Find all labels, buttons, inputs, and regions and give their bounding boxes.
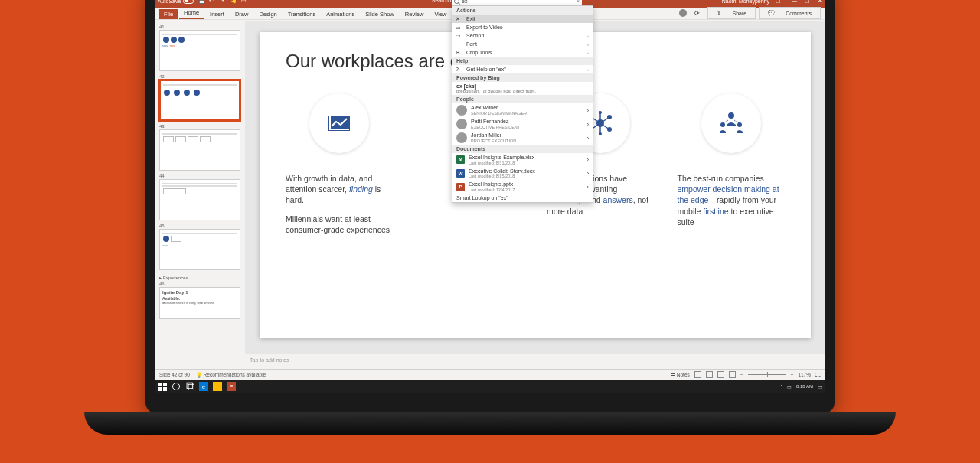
bing-header: Powered by Bing bbox=[452, 73, 593, 82]
autosave-toggle[interactable]: AutoSave bbox=[158, 0, 194, 4]
explorer-icon[interactable] bbox=[213, 382, 222, 391]
present-icon[interactable]: ▭ bbox=[241, 0, 247, 4]
share-button[interactable]: ⇪Share bbox=[707, 7, 756, 19]
chevron-right-icon: › bbox=[587, 184, 589, 190]
taskview-icon[interactable]: ⧉ bbox=[185, 382, 194, 391]
section-experiences[interactable]: ▸ Experiences bbox=[159, 273, 240, 282]
zoom-out-icon[interactable]: − bbox=[740, 372, 743, 377]
tab-insert[interactable]: Insert bbox=[205, 9, 229, 19]
person-result[interactable]: Patti FernandezEXECUTIVE PRESIDENT› bbox=[452, 117, 593, 131]
thumbnail-42[interactable] bbox=[159, 80, 240, 121]
close-icon[interactable]: ✕ bbox=[818, 0, 822, 4]
notes-pane[interactable]: Tap to add notes bbox=[155, 354, 825, 369]
tab-file[interactable]: File bbox=[159, 9, 178, 19]
search-box[interactable]: ex × bbox=[452, 0, 582, 5]
tab-draw[interactable]: Draw bbox=[230, 9, 253, 19]
search-results-dropdown: Actions ✕Exit ▭Export to Video ▭Section›… bbox=[452, 5, 593, 203]
svg-rect-2 bbox=[329, 129, 349, 130]
minimize-icon[interactable]: — bbox=[792, 0, 797, 4]
thumbnail-43[interactable] bbox=[159, 129, 240, 171]
user-name[interactable]: Naomi Moneypenny bbox=[722, 0, 769, 4]
user-menu-icon[interactable]: ▢ bbox=[776, 0, 781, 4]
svg-line-20 bbox=[734, 120, 739, 123]
cortana-icon[interactable] bbox=[172, 382, 181, 391]
maximize-icon[interactable]: ▢ bbox=[805, 0, 810, 4]
chevron-right-icon: › bbox=[587, 51, 589, 55]
touch-icon[interactable]: 👆 bbox=[230, 0, 237, 4]
clock[interactable]: 8:18 AM bbox=[796, 384, 813, 389]
svg-point-17 bbox=[720, 122, 725, 127]
bing-definition[interactable]: ex [eks] preposition. (of goods) sold di… bbox=[452, 82, 593, 95]
edge-icon[interactable]: e bbox=[199, 382, 208, 391]
zoom-level[interactable]: 117% bbox=[798, 372, 811, 377]
chevron-right-icon: › bbox=[587, 157, 589, 162]
notes-toggle[interactable]: ≐ Notes bbox=[671, 372, 690, 378]
column-4: The best-run companies empower decision … bbox=[678, 93, 786, 235]
avatar bbox=[456, 132, 467, 143]
share-icon: ⇪ bbox=[712, 8, 726, 18]
network-tray-icon[interactable]: ▭ bbox=[787, 384, 792, 390]
svg-point-16 bbox=[728, 112, 734, 119]
search-icon bbox=[454, 0, 459, 4]
search-query: ex bbox=[462, 0, 467, 4]
clear-search-icon[interactable]: × bbox=[577, 0, 580, 4]
action-section[interactable]: ▭Section› bbox=[452, 31, 593, 40]
video-icon: ▭ bbox=[456, 24, 462, 31]
chevron-right-icon: › bbox=[587, 67, 589, 72]
slideshow-view-icon[interactable] bbox=[729, 371, 736, 378]
svg-line-19 bbox=[724, 120, 728, 123]
document-result[interactable]: PExcel Insights.pptxLast modified: 12/4/… bbox=[452, 180, 593, 194]
screen: AutoSave 💾 ↶ ↷ 👆 ▭ Search in M365 Planni… bbox=[155, 0, 825, 393]
notifications-icon[interactable]: ▭ bbox=[818, 384, 822, 390]
help-icon: ? bbox=[456, 67, 462, 73]
slide-counter[interactable]: Slide 42 of 90 bbox=[159, 372, 190, 377]
coauthor-avatar[interactable] bbox=[679, 9, 687, 17]
help-item[interactable]: ?Get Help on "ex"› bbox=[452, 65, 593, 73]
slide-thumbnails[interactable]: 41 50% 20% 42 43 44 45 ○─○ ▸ Experiences… bbox=[155, 21, 245, 354]
thumbnail-46[interactable]: Ignite Day 1 Available: Microsoft Search… bbox=[159, 287, 240, 319]
tab-review[interactable]: Review bbox=[400, 9, 429, 19]
tab-design[interactable]: Design bbox=[254, 9, 281, 19]
tab-home[interactable]: Home bbox=[179, 8, 204, 19]
history-icon[interactable]: ⟳ bbox=[690, 8, 704, 18]
action-export-video[interactable]: ▭Export to Video bbox=[452, 23, 593, 31]
document-result[interactable]: WExecutive Collab Story.docxLast modifie… bbox=[452, 167, 593, 181]
powerpoint-taskbar-icon[interactable]: P bbox=[227, 382, 236, 391]
comments-button[interactable]: 💬Comments bbox=[759, 7, 821, 19]
tab-animations[interactable]: Animations bbox=[322, 9, 359, 19]
chevron-right-icon: › bbox=[587, 42, 589, 47]
action-font[interactable]: Font› bbox=[452, 40, 593, 48]
people-header: People bbox=[452, 95, 593, 103]
person-result[interactable]: Alex WilberSENIOR DESIGN MANAGER› bbox=[452, 103, 593, 117]
undo-icon[interactable]: ↶ bbox=[209, 0, 215, 4]
thumbnail-45[interactable]: ○─○ bbox=[159, 229, 240, 270]
toggle-icon bbox=[183, 0, 194, 4]
tab-transitions[interactable]: Transitions bbox=[283, 9, 320, 19]
people-icon bbox=[701, 93, 761, 153]
sorter-view-icon[interactable] bbox=[706, 371, 713, 378]
zoom-in-icon[interactable]: + bbox=[791, 372, 794, 377]
chevron-right-icon: › bbox=[587, 122, 589, 127]
document-result[interactable]: XExcel Insights Example.xlsxLast modifie… bbox=[452, 153, 593, 167]
reading-view-icon[interactable] bbox=[717, 371, 724, 378]
actions-header: Actions bbox=[452, 6, 593, 15]
zoom-slider[interactable] bbox=[748, 374, 786, 375]
thumbnail-41[interactable]: 50% 20% bbox=[159, 30, 240, 71]
person-result[interactable]: Jordan MillerPROJECT EXECUTION› bbox=[452, 131, 593, 145]
laptop-base bbox=[84, 412, 896, 435]
redo-icon[interactable]: ↷ bbox=[220, 0, 226, 4]
start-button[interactable] bbox=[158, 382, 167, 391]
action-crop[interactable]: ✂Crop Tools› bbox=[452, 48, 593, 57]
tab-view[interactable]: View bbox=[430, 9, 451, 19]
normal-view-icon[interactable] bbox=[694, 371, 701, 378]
save-icon[interactable]: 💾 bbox=[198, 0, 204, 4]
tab-slideshow[interactable]: Slide Show bbox=[361, 9, 399, 19]
fit-icon[interactable]: ⛶ bbox=[815, 372, 821, 377]
windows-taskbar: ⧉ e P ^ ▭ 8:18 AM ▭ bbox=[155, 380, 825, 393]
tray-up-icon[interactable]: ^ bbox=[780, 384, 782, 389]
smart-lookup[interactable]: Smart Lookup on "ex" bbox=[452, 194, 593, 202]
chevron-right-icon: › bbox=[587, 34, 589, 38]
thumbnail-44[interactable] bbox=[159, 179, 240, 220]
recommendations[interactable]: 💡 Recommendations available bbox=[196, 372, 266, 378]
action-exit[interactable]: ✕Exit bbox=[452, 15, 593, 23]
